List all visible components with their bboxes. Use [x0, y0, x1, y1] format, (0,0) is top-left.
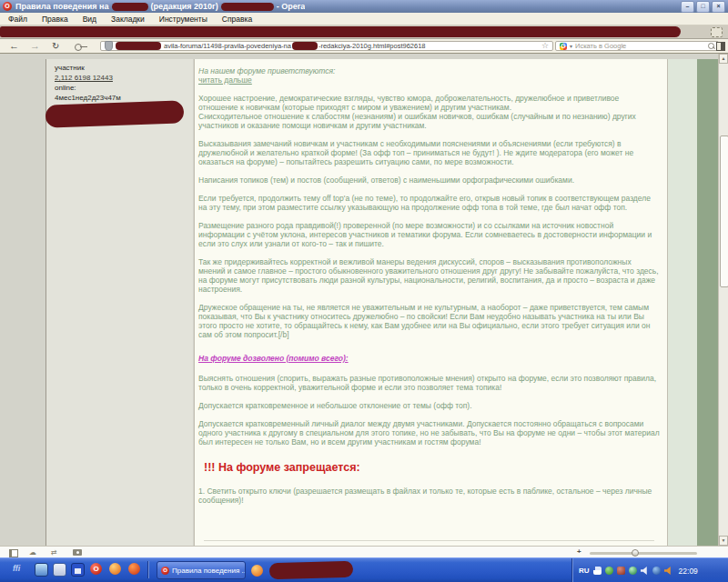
menu-tools[interactable]: Инструменты — [159, 15, 207, 24]
quicklaunch-desktop-icon[interactable] — [35, 563, 48, 577]
quicklaunch-browser-icon[interactable] — [128, 563, 140, 575]
back-button[interactable]: ← — [9, 39, 19, 53]
post-paragraph: Так же придерживайтесь корректной и вежл… — [198, 257, 660, 294]
redaction-scribble-url-1 — [116, 42, 161, 50]
opera-icon: O — [3, 2, 12, 11]
taskbar-separator — [147, 561, 149, 578]
muted-volume-icon[interactable] — [664, 567, 672, 575]
post-paragraph: Допускается кратковременное и небольшое … — [198, 401, 660, 410]
redaction-scribble-title-2 — [221, 3, 274, 11]
window-controls: – □ × — [681, 1, 725, 13]
quicklaunch-opera-icon[interactable]: O — [90, 563, 102, 575]
window-titlebar: O Правила поведения на (редакция 2010г) … — [0, 0, 728, 13]
redaction-scribble-sidebar — [46, 100, 185, 127]
forward-button[interactable]: → — [30, 39, 40, 53]
active-task-button[interactable]: O Правила поведения ... — [157, 561, 246, 579]
network-signal-icon[interactable] — [593, 567, 602, 575]
key-icon[interactable] — [75, 44, 82, 51]
quicklaunch-save-icon[interactable] — [71, 563, 85, 577]
close-button[interactable]: × — [712, 1, 725, 13]
closed-tabs-icon[interactable] — [711, 27, 723, 37]
menu-file[interactable]: Файл — [8, 15, 27, 24]
search-icon[interactable] — [708, 43, 714, 49]
post-divider — [204, 540, 654, 541]
zoom-plus-icon[interactable]: + — [577, 547, 581, 556]
scroll-up-button[interactable]: ▲ — [719, 54, 728, 64]
google-icon: G — [560, 43, 567, 50]
menu-bookmarks[interactable]: Закладки — [111, 15, 145, 24]
menu-edit[interactable]: Правка — [42, 15, 68, 24]
volume-icon[interactable] — [641, 567, 649, 575]
search-input[interactable] — [575, 42, 705, 50]
page-margin-light — [667, 59, 698, 546]
page-margin-dark — [697, 59, 718, 546]
panels-toggle-icon[interactable] — [716, 42, 725, 51]
menu-view[interactable]: Вид — [83, 15, 96, 24]
taskbar-clock[interactable]: 22:09 — [679, 567, 698, 576]
camera-icon[interactable] — [73, 549, 82, 556]
second-task-icon[interactable] — [251, 565, 263, 577]
opera-link-icon[interactable]: ⇄ — [51, 547, 57, 557]
zoom-slider-track[interactable] — [590, 552, 697, 555]
url-text-2: -redakciya-2010g.html#post962618 — [318, 42, 426, 50]
security-tray-icon[interactable] — [629, 567, 637, 575]
search-box[interactable]: G ▾ — [555, 41, 719, 51]
browser-status-bar: ☁ ⇄ + — [0, 546, 728, 557]
forbidden-item: 1. Светить открыто ключи (разрешается ра… — [198, 487, 660, 505]
search-engine-dropdown-icon[interactable]: ▾ — [570, 43, 572, 49]
system-tray: RU 22:09 — [571, 558, 728, 582]
post-paragraph: Написания топиков (тем) и постов (сообще… — [198, 176, 660, 185]
opera-unite-icon[interactable]: ☁ — [29, 547, 36, 557]
antivirus-icon[interactable] — [605, 567, 613, 575]
windows-taskbar: ffi O O Правила поведения ... RU 22:09 — [0, 557, 728, 582]
post-intro-line: На нашем форуме приветствуются: — [198, 66, 660, 75]
vertical-scrollbar[interactable]: ▲ ▼ — [718, 54, 728, 546]
site-shield-icon[interactable] — [105, 41, 113, 51]
title-part-2: (редакция 2010г) — [151, 2, 218, 11]
scroll-down-button[interactable]: ▼ — [719, 536, 728, 546]
post-paragraph: Выяснять отношения (спорить, выражать ра… — [198, 374, 660, 392]
post-paragraph: Если требуется, продолжить тему off top'… — [198, 194, 660, 212]
opera-task-icon: O — [161, 567, 169, 575]
post-paragraph: Размещение разного рода правдивой(!) про… — [198, 221, 660, 248]
url-text-1: avila-foruma/11498-pravila-povedeniya-na — [164, 42, 291, 50]
forum-post-body: На нашем форуме приветствуются: читать д… — [194, 59, 667, 546]
language-indicator[interactable]: RU — [579, 567, 590, 575]
address-toolbar: ← → ↻ avila-foruma/11498-pravila-poveden… — [0, 39, 728, 54]
keyboard-layout-icon[interactable]: ffi — [13, 563, 27, 575]
messenger-tray-icon[interactable] — [652, 567, 661, 575]
allowed-section-heading: На форуме дозволено (помимо всего): — [198, 354, 660, 363]
window-title: Правила поведения на (редакция 2010г) - … — [15, 2, 305, 11]
post-paragraph: Высказывания замечаний новичкам и участн… — [198, 139, 660, 166]
scrollbar-thumb[interactable] — [720, 135, 728, 287]
author-stats-links[interactable]: 2,112 6198 12443 — [55, 73, 193, 83]
post-paragraph: Снисходительное отношение к слабостям (н… — [198, 112, 660, 130]
panel-toggle-icon[interactable] — [9, 549, 18, 557]
redaction-scribble-title-1 — [112, 3, 148, 11]
tab-bar[interactable] — [0, 25, 728, 39]
address-field[interactable]: avila-foruma/11498-pravila-povedeniya-na… — [100, 41, 553, 51]
zoom-slider-thumb[interactable] — [632, 549, 639, 557]
redaction-scribble-tabs — [0, 26, 681, 37]
post-paragraph: Допускается кратковременный личный диало… — [198, 419, 660, 447]
title-part-1: Правила поведения на — [15, 2, 109, 11]
author-online-label: online: — [55, 83, 193, 93]
post-paragraph: Дружеское обращение на ты, не является н… — [198, 303, 660, 339]
forbidden-section-heading: !!! На форуме запрещается: — [204, 463, 660, 472]
restore-button[interactable]: □ — [696, 1, 710, 13]
post-paragraph: Хорошее настроение, демократические взгл… — [198, 94, 660, 112]
minimize-button[interactable]: – — [681, 1, 694, 13]
task-button-label: Правила поведения ... — [172, 567, 246, 575]
reload-button[interactable]: ↻ — [52, 39, 59, 53]
menu-help[interactable]: Справка — [222, 15, 252, 24]
screen: O Правила поведения на (редакция 2010г) … — [0, 0, 728, 582]
menu-bar: Файл Правка Вид Закладки Инструменты Спр… — [0, 13, 728, 25]
page-content: участник 2,112 6198 12443 online: 4мес1н… — [0, 54, 728, 546]
update-tray-icon[interactable] — [617, 567, 625, 575]
quicklaunch-firefox-icon[interactable] — [109, 563, 121, 575]
redaction-scribble-url-2 — [292, 42, 318, 50]
quicklaunch-explorer-icon[interactable] — [53, 563, 66, 577]
bookmark-star-icon[interactable]: ☆ — [541, 42, 549, 50]
author-role: участник — [55, 63, 193, 73]
read-more-link[interactable]: читать дальше — [198, 75, 252, 85]
